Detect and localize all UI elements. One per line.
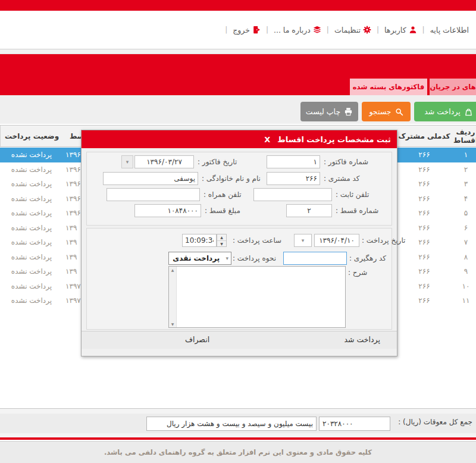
printer-icon <box>344 107 353 116</box>
amount-input[interactable] <box>134 204 201 217</box>
dialog-title: ثبت مشخصات پرداخت اقساط <box>277 135 391 144</box>
pay-date-dropdown[interactable]: ▾ <box>294 234 312 247</box>
cell-status: پرداخت نشده <box>0 279 63 294</box>
chevron-down-icon: ▾ <box>124 159 131 165</box>
nav-separator: | <box>266 26 268 34</box>
cell-status: پرداخت نشده <box>0 293 63 308</box>
scroll-down-icon[interactable]: ▼ <box>171 322 174 326</box>
textarea-scrollbar[interactable]: ▲ ▼ <box>169 267 177 327</box>
cell-no: ۱ <box>451 148 476 162</box>
description-textarea[interactable]: ▲ ▼ <box>168 266 346 328</box>
tab-label: فاکتورهای بسته شده <box>353 83 424 91</box>
totals-amount-words-field[interactable] <box>146 417 317 431</box>
full-name-label: نام و نام خانوادگی : <box>202 174 261 183</box>
paid-button-label: پرداخت شد <box>424 107 460 116</box>
search-button-label: جستجو <box>369 107 391 116</box>
scroll-up-icon[interactable]: ▲ <box>171 268 174 272</box>
invoice-no-label: شماره فاکتور : <box>324 158 368 166</box>
invoice-date-input[interactable] <box>134 155 194 168</box>
search-button[interactable]: جستجو <box>362 102 411 121</box>
page-footer: کلیه حقوق مادی و معنوی این نرم افزار متع… <box>0 441 476 463</box>
nav-item-label: خروج <box>233 26 250 35</box>
cell-status: پرداخت نشده <box>0 177 63 192</box>
totals-label: جمع کل معوقات (ریال) : <box>398 418 472 426</box>
cell-code: ۲۶۶ <box>397 206 451 221</box>
nav-item-logout[interactable]: خروج <box>233 26 261 35</box>
cell-code: ۲۶۶ <box>397 235 451 250</box>
user-icon <box>409 26 417 34</box>
nav-item-settings[interactable]: تنظیمات <box>334 26 371 35</box>
top-red-bar <box>0 0 476 11</box>
exit-icon <box>252 26 261 34</box>
invoice-date-dropdown[interactable]: ▾ <box>121 155 133 168</box>
tracking-code-input[interactable] <box>283 252 347 265</box>
cell-code: ۲۶۶ <box>397 177 451 192</box>
amount-label: مبلغ قسط : <box>205 207 240 215</box>
search-icon <box>395 108 403 116</box>
bottom-strip <box>0 433 476 437</box>
cell-status: پرداخت نشده <box>0 221 63 236</box>
paid-button[interactable]: پرداخت شد <box>414 102 476 121</box>
dialog-titlebar: ثبت مشخصات پرداخت اقساط X <box>82 130 397 148</box>
payment-dialog: ثبت مشخصات پرداخت اقساط X شماره فاکتور :… <box>81 130 397 356</box>
chevron-down-icon: ▾ <box>299 237 307 243</box>
installment-no-input[interactable] <box>286 204 332 217</box>
nav-item-label: اطلاعات پایه <box>430 26 469 35</box>
customer-code-input[interactable] <box>267 172 320 185</box>
divider-strip <box>0 49 476 54</box>
dialog-cancel-button[interactable]: انصراف <box>185 335 209 344</box>
cell-code: ۲۶۶ <box>397 250 451 265</box>
nav-item-about[interactable]: درباره ما ... <box>274 26 321 35</box>
totals-amount-field[interactable] <box>319 417 390 431</box>
cell-no: ۷ <box>451 235 476 250</box>
header-payment-status[interactable]: وضعیت پرداخت <box>0 126 63 146</box>
close-icon[interactable]: X <box>264 135 270 144</box>
print-list-button[interactable]: چاپ لیست <box>300 102 358 121</box>
main-navbar: اطلاعات پایه | کاربرها | تنظیمات | دربار… <box>0 11 476 49</box>
cell-no: ۹ <box>451 264 476 279</box>
nav-item-label: درباره ما ... <box>274 26 311 35</box>
cell-code: ۲۶۶ <box>397 221 451 236</box>
cell-code: ۲۶۶ <box>397 148 451 162</box>
tab-invoices-in-progress[interactable]: های در جریان <box>430 79 476 95</box>
tab-invoices-closed[interactable]: فاکتورهای بسته شده <box>350 79 427 95</box>
time-spinner[interactable]: ▲ ▼ <box>217 234 227 247</box>
pay-method-select[interactable]: ▾ پرداخت نقدی <box>168 252 231 265</box>
cell-no: ۲ <box>451 162 476 177</box>
print-list-button-label: چاپ لیست <box>306 107 340 116</box>
mobile-label: تلفن همراه : <box>203 190 242 199</box>
bottom-strip <box>0 409 476 414</box>
cell-no: ۵ <box>451 206 476 221</box>
nav-separator: | <box>327 26 329 34</box>
spinner-up-icon[interactable]: ▲ <box>217 234 226 240</box>
pay-time-input[interactable] <box>182 234 217 247</box>
dialog-paid-button[interactable]: پرداخت شد <box>345 335 380 344</box>
pay-date-input[interactable] <box>314 234 359 247</box>
invoice-no-input[interactable] <box>267 155 320 168</box>
cell-status: پرداخت نشده <box>0 235 63 250</box>
cell-no: ۴ <box>451 192 476 207</box>
nav-item-base-info[interactable]: اطلاعات پایه <box>430 26 469 35</box>
spinner-down-icon[interactable]: ▼ <box>217 240 226 247</box>
cell-status: پرداخت نشده <box>0 148 63 162</box>
full-name-input[interactable] <box>103 172 198 185</box>
nav-item-label: تنظیمات <box>334 26 361 35</box>
gear-icon <box>363 26 371 34</box>
cell-code: ۲۶۶ <box>397 279 451 294</box>
installment-no-label: شماره قسط : <box>336 207 378 215</box>
header-subscriber-code[interactable]: کدملی مشترک <box>397 126 451 146</box>
chevron-down-icon: ▾ <box>223 255 231 261</box>
pay-date-label: تاریخ پرداخت : <box>362 236 405 245</box>
cell-no: ۸ <box>451 250 476 265</box>
cell-code: ۲۶۶ <box>397 264 451 279</box>
invoice-date-label: تاریخ فاکتور : <box>198 158 237 166</box>
cell-status: پرداخت نشده <box>0 162 63 177</box>
phone-input[interactable] <box>253 188 332 201</box>
mobile-input[interactable] <box>107 188 200 201</box>
nav-item-users[interactable]: کاربرها <box>384 26 417 35</box>
header-row-no[interactable]: ردیف اقساط <box>451 126 476 146</box>
cell-status: پرداخت نشده <box>0 250 63 265</box>
app-window: اطلاعات پایه | کاربرها | تنظیمات | دربار… <box>0 0 476 463</box>
customer-code-label: کد مشتری : <box>324 174 359 183</box>
cell-no: ۳ <box>451 177 476 192</box>
